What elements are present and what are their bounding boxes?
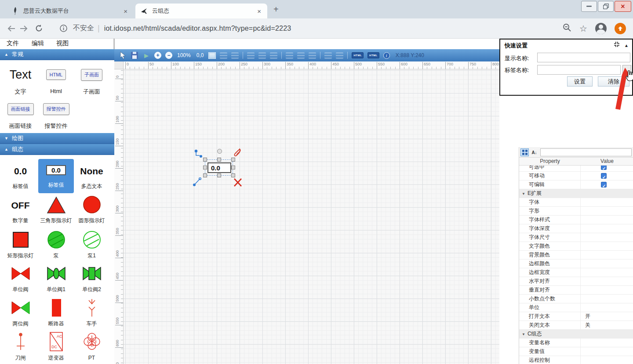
window-close-button[interactable]: ×	[615, 1, 631, 12]
menu-file[interactable]: 文件	[7, 40, 19, 47]
palette-item-pump1[interactable]: 泵1	[74, 230, 109, 259]
browser-tab-platform[interactable]: 思普云大数据平台 ×	[7, 4, 134, 18]
palette-item-inverter[interactable]: ACDC 逆变器	[38, 332, 74, 361]
sort-alphabetical-icon[interactable]: A↓	[530, 148, 538, 156]
property-category-row[interactable]: ▼E扩展	[519, 189, 633, 198]
resize-handle-n[interactable]	[217, 158, 221, 162]
property-row[interactable]: 小数点个数	[519, 295, 633, 303]
url-text[interactable]: iot.idosp.net/html/scada/editor.aspx.htm…	[104, 25, 291, 32]
distribute-vertical-icon[interactable]	[336, 52, 343, 59]
distribute-horizontal-icon[interactable]	[324, 52, 332, 59]
canvas-element-label-value[interactable]: 0.0	[207, 162, 231, 173]
menu-edit[interactable]: 编辑	[32, 40, 44, 47]
info-circle-icon[interactable]	[57, 22, 69, 35]
resize-handle-e[interactable]	[231, 166, 235, 169]
property-row[interactable]: 字体样式	[519, 216, 633, 224]
palette-item-knife-switch[interactable]: 刀闸	[3, 332, 38, 361]
back-icon[interactable]	[5, 22, 18, 35]
property-row[interactable]: 可编辑	[519, 180, 633, 189]
checkbox-checked-icon[interactable]	[601, 166, 607, 170]
property-row[interactable]: 字形	[519, 207, 633, 216]
window-minimize-button[interactable]	[581, 1, 597, 12]
palette-item-two-way-valve[interactable]: 两位阀	[3, 298, 38, 327]
tag-name-input[interactable]	[537, 65, 621, 75]
property-value[interactable]	[581, 339, 633, 347]
property-row[interactable]: 字体尺寸	[519, 233, 633, 242]
property-row[interactable]: 单位	[519, 303, 633, 312]
palette-item-triangle-indicator[interactable]: 三角形指示灯	[38, 195, 74, 223]
palette-item-valve[interactable]: 单位阀	[3, 263, 38, 292]
display-name-input[interactable]	[537, 53, 630, 62]
design-canvas[interactable]: 0.0	[124, 69, 499, 364]
align-right-icon[interactable]	[270, 52, 277, 59]
property-row[interactable]: 背景颜色	[519, 251, 633, 259]
property-row[interactable]: 变量名称	[519, 339, 633, 347]
checkbox-checked-icon[interactable]	[601, 182, 607, 187]
property-value[interactable]	[581, 233, 633, 242]
menu-view[interactable]: 视图	[56, 40, 69, 47]
info-icon[interactable]: i	[383, 52, 390, 59]
run-icon[interactable]: ▶	[142, 51, 150, 59]
property-row[interactable]: 字体	[519, 198, 633, 207]
categorized-view-icon[interactable]	[520, 148, 529, 156]
property-row[interactable]: 打开文本开	[519, 312, 633, 321]
align-bottom-icon[interactable]	[309, 52, 316, 59]
palette-item-handcart[interactable]: 车手	[74, 298, 109, 327]
browser-tab-scada[interactable]: 云组态 ×	[135, 4, 267, 18]
palette-item-valve2[interactable]: 单位阀2	[74, 263, 109, 292]
palette-item-breaker[interactable]: 断路器	[38, 298, 74, 327]
palette-item-multistate-text[interactable]: None 多态文本	[74, 160, 109, 189]
bookmark-star-icon[interactable]: ☆	[579, 23, 587, 34]
property-row[interactable]: 边框颜色	[519, 259, 633, 268]
collapse-panel-icon[interactable]: ▲	[624, 43, 629, 48]
align-top-icon[interactable]	[286, 52, 293, 59]
palette-item-rect-indicator[interactable]: 矩形指示灯	[3, 230, 38, 259]
property-row[interactable]: 关闭文本关	[519, 321, 633, 330]
profile-avatar-icon[interactable]	[595, 23, 607, 34]
new-tab-button[interactable]: +	[273, 4, 279, 15]
property-value[interactable]: 关	[581, 321, 633, 330]
property-row[interactable]: 文字颜色	[519, 242, 633, 251]
property-row[interactable]: 远程控制	[519, 356, 633, 364]
set-button[interactable]: 设置	[567, 76, 593, 86]
property-value[interactable]	[581, 207, 633, 216]
connector-anchor-icon[interactable]	[194, 149, 204, 161]
property-value[interactable]	[581, 268, 633, 277]
palette-item-screen-link[interactable]: 画面链接 画面链接	[3, 99, 38, 130]
html-source-icon[interactable]: HTML	[352, 52, 364, 58]
palette-item-subscreen[interactable]: 子画面 子画面	[74, 65, 109, 96]
paperclip-icon[interactable]	[233, 148, 242, 161]
resize-handle-nw[interactable]	[203, 158, 207, 162]
property-value[interactable]	[581, 277, 633, 286]
html-preview-icon[interactable]: HTML	[367, 52, 379, 58]
palette-item-text[interactable]: Text 文字	[3, 65, 38, 96]
palette-item-label-value-boxed[interactable]: 0.0 标签值	[38, 159, 74, 193]
property-row[interactable]: 变量值	[519, 347, 633, 356]
zoom-in-icon[interactable]: +	[154, 52, 161, 59]
property-value[interactable]	[581, 259, 633, 268]
property-value[interactable]	[581, 198, 633, 207]
property-search-box[interactable]	[540, 148, 632, 156]
tab-close-icon[interactable]: ×	[124, 7, 127, 15]
property-value[interactable]	[581, 303, 633, 312]
property-row[interactable]: 垂直对齐	[519, 286, 633, 295]
property-value[interactable]	[581, 242, 633, 251]
zoom-out-icon[interactable]: −	[165, 52, 172, 59]
zoom-out-page-icon[interactable]	[563, 23, 571, 34]
select-cursor-icon[interactable]	[119, 51, 127, 59]
rotate-handle[interactable]	[217, 149, 222, 154]
property-value[interactable]	[581, 180, 633, 189]
property-row[interactable]: 可移动	[519, 172, 633, 180]
dock-icon[interactable]	[614, 41, 620, 49]
palette-item-valve1[interactable]: 单位阀1	[38, 263, 74, 292]
collapse-arrow-icon[interactable]: ▼	[522, 192, 525, 196]
property-value[interactable]	[581, 356, 633, 364]
property-category-row[interactable]: ▼C组态	[519, 330, 633, 339]
browser-update-icon[interactable]	[615, 23, 626, 34]
section-header-general[interactable]: ▲ 常规	[0, 49, 114, 60]
property-value[interactable]: 开	[581, 312, 633, 321]
property-value[interactable]	[581, 347, 633, 356]
property-value[interactable]	[581, 295, 633, 303]
property-value[interactable]	[581, 216, 633, 224]
resize-handle-sw[interactable]	[203, 173, 207, 177]
